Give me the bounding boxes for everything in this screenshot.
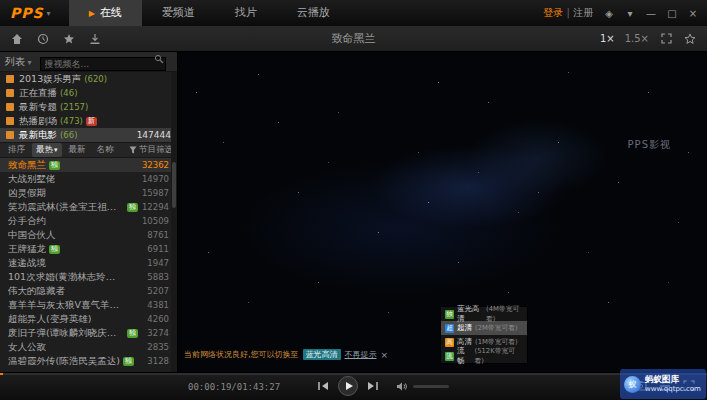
search-icon[interactable] xyxy=(154,54,164,64)
quality-label: 超清 xyxy=(457,323,472,333)
filter-tab[interactable]: 最热 xyxy=(32,143,62,157)
volume-slider[interactable] xyxy=(413,385,449,388)
movie-name: 笑功震武林(洪金宝王祖蓝吴君如) xyxy=(8,201,124,214)
register-link[interactable]: 注册 xyxy=(573,7,593,18)
movie-view-count: 1947 xyxy=(147,258,169,268)
movie-list-item[interactable]: 女人公敌2835 xyxy=(0,340,177,354)
movie-list-item[interactable]: 废旧子弹(谭咏麟刘晓庆张静初)独3274 xyxy=(0,326,177,340)
app-window: PPS ▾ 在线爱频道找片云播放 登录 | 注册 ◈ ▾ — □ × xyxy=(0,0,707,400)
movie-list-item[interactable]: 101次求婚(黄渤林志玲秦海璐)5883 xyxy=(0,270,177,284)
category-count: (46) xyxy=(60,88,77,98)
movie-list-item[interactable]: 致命黑兰独32362 xyxy=(0,158,177,172)
filter-row: 排序最热最新名称节目筛选 xyxy=(0,142,177,158)
movie-view-count: 12294 xyxy=(142,202,169,212)
next-button[interactable] xyxy=(367,381,378,391)
play-button[interactable] xyxy=(338,376,358,396)
movie-list-item[interactable]: 伟大的隐藏者5207 xyxy=(0,284,177,298)
scrollbar-thumb[interactable] xyxy=(172,162,176,208)
pps-logo: PPS xyxy=(10,5,44,21)
movie-list-item[interactable]: 大战别墅佬14970 xyxy=(0,172,177,186)
program-filter-button[interactable]: 节目筛选 xyxy=(129,144,173,156)
account-links: 登录 | 注册 xyxy=(543,6,593,20)
quality-badge-icon: 超 xyxy=(445,324,454,333)
seek-progress xyxy=(0,373,3,375)
quality-bandwidth-note: (512K带宽可看) xyxy=(475,346,523,366)
sidebar-category[interactable]: 热播剧场(473)新 xyxy=(0,114,177,128)
expand-window-icon[interactable] xyxy=(659,32,673,46)
exclusive-badge: 独 xyxy=(49,245,60,254)
close-icon[interactable]: × xyxy=(687,8,699,19)
movie-list-item[interactable]: 中国合伙人8761 xyxy=(0,228,177,242)
movie-view-count: 10509 xyxy=(142,216,169,226)
nav-tab-1[interactable]: 在线 xyxy=(69,0,142,26)
movie-list-item[interactable]: 分手合约10509 xyxy=(0,214,177,228)
sidebar-category[interactable]: 正在直播(46) xyxy=(0,86,177,100)
quality-option[interactable]: 流流畅(512K带宽可看) xyxy=(441,349,527,363)
filter-tab[interactable]: 名称 xyxy=(93,143,118,157)
login-link[interactable]: 登录 xyxy=(543,7,563,18)
seek-bar[interactable] xyxy=(0,373,707,375)
movie-name: 101次求婚(黄渤林志玲秦海璐) xyxy=(8,271,124,284)
filter-tab[interactable]: 最新 xyxy=(65,143,90,157)
maximize-icon[interactable]: □ xyxy=(666,8,678,19)
video-player-area[interactable]: PPS影视 当前网络状况良好,您可以切换至 蓝光高清 不再提示 × 独蓝光高清(… xyxy=(178,52,707,372)
nav-tab-3[interactable]: 找片 xyxy=(215,0,277,26)
program-filter-label: 节目筛选 xyxy=(139,144,173,156)
movie-list-item[interactable]: 速递战境1947 xyxy=(0,256,177,270)
exclusive-badge: 独 xyxy=(127,203,138,212)
notice-close-icon[interactable]: × xyxy=(381,350,389,360)
nav-tab-4[interactable]: 云播放 xyxy=(277,0,350,26)
favorite-star-icon[interactable] xyxy=(62,32,76,46)
sidebar-category[interactable]: 最新专题(2157) xyxy=(0,100,177,114)
download-icon[interactable] xyxy=(88,32,102,46)
filter-tab[interactable]: 排序 xyxy=(4,143,29,157)
movie-name: 分手合约 xyxy=(8,215,46,228)
sidebar-category[interactable]: 2013娱乐男声(620) xyxy=(0,72,177,86)
notice-text: 当前网络状况良好,您可以切换至 xyxy=(184,349,299,360)
skin-icon[interactable]: ◈ xyxy=(603,8,615,19)
volume-icon[interactable] xyxy=(396,381,408,392)
previous-button[interactable] xyxy=(318,381,329,391)
exclusive-badge: 独 xyxy=(127,329,138,338)
titlebar: PPS ▾ 在线爱频道找片云播放 登录 | 注册 ◈ ▾ — □ × xyxy=(0,0,707,26)
sidebar-scrollbar[interactable] xyxy=(171,72,177,372)
category-label: 最新专题 xyxy=(19,101,57,114)
quality-option[interactable]: 独蓝光高清(4M带宽可看) xyxy=(441,307,527,321)
minimize-icon[interactable]: — xyxy=(645,8,657,19)
speed-1x-button[interactable]: 1× xyxy=(600,33,615,44)
search-input[interactable] xyxy=(40,57,166,71)
movie-list-item[interactable]: 笑功震武林(洪金宝王祖蓝吴君如)独12294 xyxy=(0,200,177,214)
home-icon[interactable] xyxy=(10,32,24,46)
movie-view-count: 5883 xyxy=(147,272,169,282)
quality-label: 蓝光高清 xyxy=(457,304,483,324)
nav-tab-2[interactable]: 爱频道 xyxy=(142,0,215,26)
movie-view-count: 14970 xyxy=(142,174,169,184)
movie-view-count: 4260 xyxy=(147,314,169,324)
speed-15x-button[interactable]: 1.5× xyxy=(625,33,649,44)
window-controls: ◈ ▾ — □ × xyxy=(603,8,699,19)
menu-icon[interactable]: ▾ xyxy=(624,8,636,19)
category-list: 2013娱乐男声(620)正在直播(46)最新专题(2157)热播剧场(473)… xyxy=(0,72,177,142)
time-display: 00:00:19/01:43:27 xyxy=(188,382,280,392)
play-icon xyxy=(346,382,353,390)
channel-icon xyxy=(6,103,14,111)
movie-list-item[interactable]: 超能异人(变身英雄)4260 xyxy=(0,312,177,326)
list-dropdown[interactable]: 列表 xyxy=(5,55,32,69)
sidebar: 列表 2013娱乐男声(620)正在直播(46)最新专题(2157)热播剧场(4… xyxy=(0,52,178,372)
category-count: (2157) xyxy=(60,102,88,112)
history-icon[interactable] xyxy=(36,32,50,46)
dont-remind-link[interactable]: 不再提示 xyxy=(345,349,377,360)
movie-name: 温碧霞外传(陈浩民吴孟达) xyxy=(8,355,120,368)
movie-list-item[interactable]: 温碧霞外传(陈浩民吴孟达)独3128 xyxy=(0,354,177,368)
logo-caret-icon[interactable]: ▾ xyxy=(47,9,51,18)
sidebar-category[interactable]: 最新电影(66)147444 xyxy=(0,128,177,142)
channel-icon xyxy=(6,89,14,97)
movie-list-item[interactable]: 喜羊羊与灰太狼V喜气羊羊过蛇年4381 xyxy=(0,298,177,312)
quality-option[interactable]: 超超清(2M带宽可看) xyxy=(441,321,527,335)
category-count: (473) xyxy=(60,116,83,126)
collect-star-icon[interactable] xyxy=(683,32,697,46)
movie-list-item[interactable]: 王牌猛龙独6911 xyxy=(0,242,177,256)
category-count: (66) xyxy=(60,130,77,140)
movie-list-item[interactable]: 凶灵假期15987 xyxy=(0,186,177,200)
switch-quality-button[interactable]: 蓝光高清 xyxy=(303,349,341,360)
